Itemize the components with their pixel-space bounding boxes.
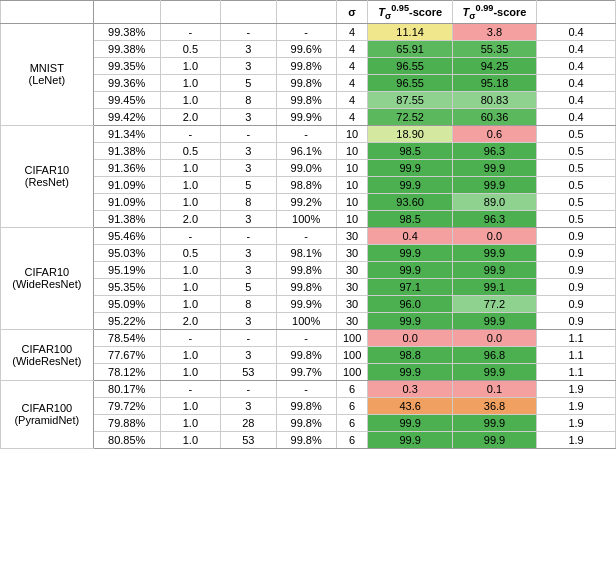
trigger-class-cell: 5 [221, 74, 277, 91]
trigger-success-cell: - [276, 227, 336, 244]
score2-cell: 99.9 [452, 363, 536, 380]
trigger-success-cell: 99.6% [276, 40, 336, 57]
runtime-cell: 1.9 [537, 431, 616, 448]
header-dataset [1, 1, 94, 24]
accuracy-cell: 77.67% [93, 346, 160, 363]
sigma-cell: 10 [336, 142, 368, 159]
accuracy-cell: 79.72% [93, 397, 160, 414]
score1-cell: 98.8 [368, 346, 452, 363]
score2-cell: 95.18 [452, 74, 536, 91]
trigger-intensity-cell: - [160, 23, 220, 40]
score1-cell: 18.90 [368, 125, 452, 142]
trigger-class-cell: 3 [221, 244, 277, 261]
accuracy-cell: 79.88% [93, 414, 160, 431]
score2-cell: 99.9 [452, 159, 536, 176]
trigger-success-cell: - [276, 125, 336, 142]
sigma-cell: 100 [336, 329, 368, 346]
trigger-class-cell: - [221, 227, 277, 244]
accuracy-cell: 99.38% [93, 40, 160, 57]
trigger-class-cell: 5 [221, 278, 277, 295]
trigger-success-cell: 100% [276, 312, 336, 329]
trigger-class-cell: 3 [221, 261, 277, 278]
results-table: σ Tσ0.95-score Tσ0.99-score MNIST(LeNet)… [0, 0, 616, 449]
trigger-class-cell: 3 [221, 312, 277, 329]
sigma-cell: 4 [336, 91, 368, 108]
accuracy-cell: 91.36% [93, 159, 160, 176]
trigger-class-cell: 3 [221, 108, 277, 125]
trigger-class-cell: 5 [221, 176, 277, 193]
score1-cell: 97.1 [368, 278, 452, 295]
score2-cell: 0.0 [452, 329, 536, 346]
score2-cell: 0.6 [452, 125, 536, 142]
score1-cell: 99.9 [368, 431, 452, 448]
trigger-success-cell: - [276, 380, 336, 397]
trigger-success-cell: - [276, 23, 336, 40]
trigger-intensity-cell: - [160, 380, 220, 397]
trigger-intensity-cell: 1.0 [160, 74, 220, 91]
dataset-label: CIFAR100(WideResNet) [1, 329, 94, 380]
sigma-cell: 6 [336, 414, 368, 431]
score1-cell: 99.9 [368, 414, 452, 431]
dataset-label: CIFAR10(WideResNet) [1, 227, 94, 329]
trigger-success-cell: 99.8% [276, 346, 336, 363]
sigma-cell: 100 [336, 363, 368, 380]
sigma-cell: 10 [336, 210, 368, 227]
score2-cell: 96.8 [452, 346, 536, 363]
trigger-success-cell: 99.8% [276, 261, 336, 278]
accuracy-cell: 95.19% [93, 261, 160, 278]
score2-cell: 36.8 [452, 397, 536, 414]
score1-cell: 98.5 [368, 210, 452, 227]
sigma-cell: 6 [336, 380, 368, 397]
score2-cell: 99.9 [452, 414, 536, 431]
sigma-cell: 6 [336, 431, 368, 448]
trigger-intensity-cell: 1.0 [160, 159, 220, 176]
sigma-cell: 4 [336, 108, 368, 125]
runtime-cell: 0.9 [537, 261, 616, 278]
trigger-class-cell: 8 [221, 91, 277, 108]
score1-cell: 0.4 [368, 227, 452, 244]
accuracy-cell: 91.34% [93, 125, 160, 142]
score2-cell: 99.9 [452, 176, 536, 193]
runtime-cell: 1.9 [537, 414, 616, 431]
runtime-cell: 0.5 [537, 159, 616, 176]
runtime-cell: 0.9 [537, 244, 616, 261]
accuracy-cell: 78.54% [93, 329, 160, 346]
score1-cell: 0.0 [368, 329, 452, 346]
accuracy-cell: 91.38% [93, 142, 160, 159]
trigger-success-cell: 99.8% [276, 57, 336, 74]
runtime-cell: 0.9 [537, 278, 616, 295]
score1-cell: 96.55 [368, 74, 452, 91]
score1-cell: 96.0 [368, 295, 452, 312]
runtime-cell: 1.9 [537, 380, 616, 397]
score2-cell: 96.3 [452, 210, 536, 227]
accuracy-cell: 80.85% [93, 431, 160, 448]
score1-cell: 43.6 [368, 397, 452, 414]
trigger-intensity-cell: 1.0 [160, 57, 220, 74]
trigger-class-cell: - [221, 23, 277, 40]
accuracy-cell: 95.03% [93, 244, 160, 261]
runtime-cell: 0.9 [537, 227, 616, 244]
score1-cell: 99.9 [368, 176, 452, 193]
trigger-class-cell: 28 [221, 414, 277, 431]
trigger-intensity-cell: 1.0 [160, 278, 220, 295]
score2-cell: 99.9 [452, 431, 536, 448]
trigger-success-cell: 99.9% [276, 295, 336, 312]
trigger-success-cell: - [276, 329, 336, 346]
score1-cell: 99.9 [368, 312, 452, 329]
runtime-cell: 1.9 [537, 397, 616, 414]
runtime-cell: 0.5 [537, 125, 616, 142]
trigger-intensity-cell: 1.0 [160, 91, 220, 108]
sigma-cell: 30 [336, 278, 368, 295]
score2-cell: 55.35 [452, 40, 536, 57]
trigger-success-cell: 99.2% [276, 193, 336, 210]
score1-cell: 99.9 [368, 363, 452, 380]
trigger-success-cell: 99.8% [276, 74, 336, 91]
trigger-success-cell: 99.8% [276, 278, 336, 295]
accuracy-cell: 91.38% [93, 210, 160, 227]
accuracy-cell: 99.35% [93, 57, 160, 74]
score2-cell: 77.2 [452, 295, 536, 312]
sigma-cell: 10 [336, 125, 368, 142]
score1-cell: 11.14 [368, 23, 452, 40]
header-trigger-class [221, 1, 277, 24]
trigger-class-cell: 8 [221, 193, 277, 210]
